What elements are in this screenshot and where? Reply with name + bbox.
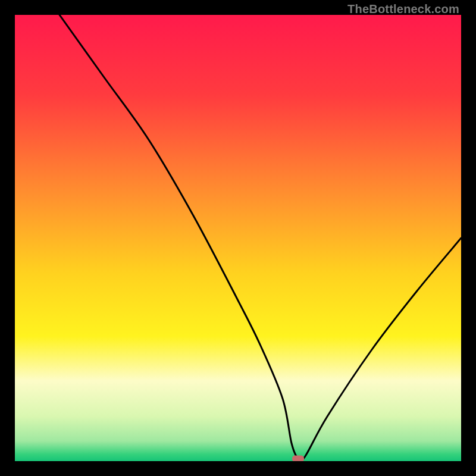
bottleneck-curve: [15, 15, 461, 461]
optimum-marker: [292, 456, 304, 461]
watermark-text: TheBottleneck.com: [347, 2, 459, 16]
plot-area: [15, 15, 461, 461]
chart-frame: TheBottleneck.com: [0, 0, 476, 476]
